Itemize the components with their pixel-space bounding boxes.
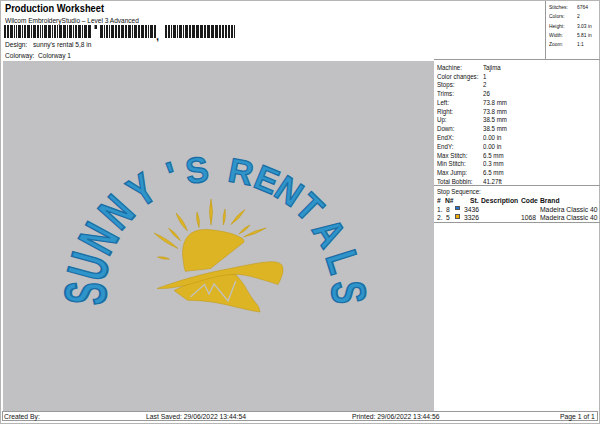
svg-text:S: S [321, 279, 377, 305]
svg-text:,: , [156, 30, 159, 42]
svg-text:L: L [317, 244, 369, 278]
svg-text:S: S [183, 148, 211, 191]
svg-text:': ' [161, 153, 183, 197]
